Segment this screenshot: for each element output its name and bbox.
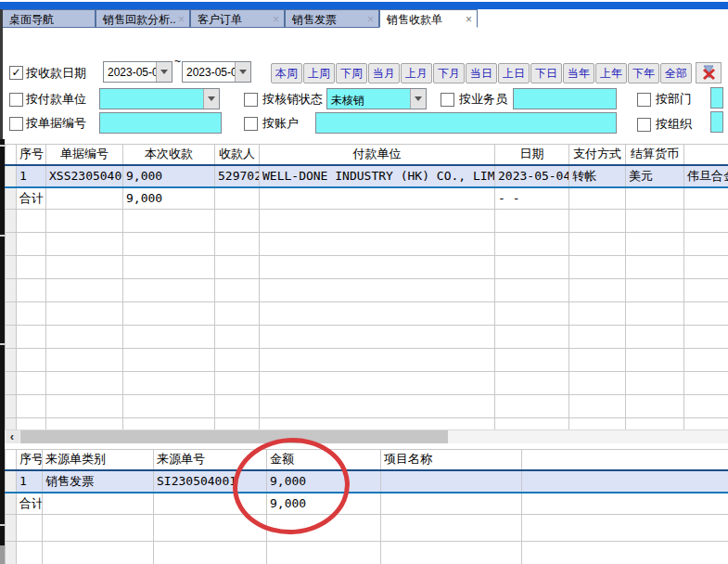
source-grid-header: 序号 来源单类别 来源单号 金额 项目名称 xyxy=(6,450,728,470)
filter-org-checkbox[interactable] xyxy=(637,118,651,132)
filter-account-label: 按账户 xyxy=(262,115,299,132)
tab-desktop-nav[interactable]: 桌面导航 xyxy=(2,9,96,28)
empty-row[interactable] xyxy=(6,542,728,564)
col-extra xyxy=(684,145,728,165)
tab-sales-collection-analysis[interactable]: 销售回款分析.. × xyxy=(96,9,190,28)
chevron-down-icon[interactable] xyxy=(410,89,426,109)
chevron-down-icon[interactable] xyxy=(156,62,172,82)
col-blank xyxy=(522,450,728,470)
filter-salesman-label: 按业务员 xyxy=(459,91,507,108)
col-seq: 序号 xyxy=(17,145,46,165)
empty-row[interactable] xyxy=(6,349,728,372)
scrollbar-thumb[interactable] xyxy=(20,430,448,443)
receipt-total-row[interactable]: 合计 9,000 - - xyxy=(6,187,728,210)
cell-seq: 1 xyxy=(17,165,46,187)
close-icon[interactable]: × xyxy=(466,10,472,29)
docno-input[interactable] xyxy=(99,112,222,134)
account-input[interactable] xyxy=(315,112,617,134)
empty-row[interactable] xyxy=(6,210,728,233)
filter-payer-checkbox[interactable] xyxy=(9,93,23,107)
payer-select[interactable] xyxy=(99,88,220,109)
tab-label: 桌面导航 xyxy=(9,13,54,26)
col-seq: 序号 xyxy=(17,450,43,470)
tab-label: 销售发票 xyxy=(292,13,337,26)
empty-row[interactable] xyxy=(6,279,728,302)
range-this-week-button[interactable]: 本周 xyxy=(271,63,302,83)
document-tab-bar: 桌面导航 销售回款分析.. × 客户订单 × 销售发票 × 销售收款单 × xyxy=(0,9,728,29)
filter-writeoff-checkbox[interactable] xyxy=(244,93,258,107)
col-date: 日期 xyxy=(495,145,569,165)
close-icon[interactable]: × xyxy=(273,10,279,29)
chevron-down-icon[interactable] xyxy=(235,62,250,82)
range-today-button[interactable]: 当日 xyxy=(466,63,497,83)
empty-row[interactable] xyxy=(6,372,728,395)
filter-org-label: 按组织 xyxy=(656,116,692,133)
cell-amount: 9,000 xyxy=(267,470,381,493)
check-icon: ✓ xyxy=(11,66,20,79)
cell-project xyxy=(381,470,522,493)
range-next-week-button[interactable]: 下周 xyxy=(336,63,367,83)
sales-receipt-window: 桌面导航 销售回款分析.. × 客户订单 × 销售发票 × 销售收款单 × ✓ … xyxy=(0,0,728,564)
dept-input[interactable] xyxy=(710,87,723,109)
empty-row[interactable] xyxy=(6,233,728,256)
col-payee: 收款人 xyxy=(215,145,260,165)
empty-row[interactable] xyxy=(6,418,728,430)
cell-total-label: 合计 xyxy=(17,187,46,210)
tab-label: 销售回款分析.. xyxy=(103,13,176,26)
writeoff-status-value: 未核销 xyxy=(331,93,364,109)
tab-sales-invoice[interactable]: 销售发票 × xyxy=(285,9,379,28)
tab-label: 客户订单 xyxy=(198,13,242,26)
cell-payee: 52970259 xyxy=(215,165,260,187)
date-to-select[interactable]: 2023-05-04 xyxy=(182,61,251,83)
filter-dept-checkbox[interactable] xyxy=(637,93,651,107)
tab-customer-order[interactable]: 客户订单 × xyxy=(190,9,285,28)
col-doc-no: 单据编号 xyxy=(46,145,123,165)
col-currency: 结算货币 xyxy=(626,145,684,165)
filter-docno-checkbox[interactable] xyxy=(9,117,23,131)
cell-total-amount: 9,000 xyxy=(267,493,381,515)
salesman-input[interactable] xyxy=(513,88,617,109)
range-this-month-button[interactable]: 当月 xyxy=(368,63,400,83)
horizontal-scrollbar[interactable]: ‹ xyxy=(5,429,728,443)
receipt-grid: 序号 单据编号 本次收款 收款人 付款单位 日期 支付方式 结算货币 1 XSS… xyxy=(5,144,728,429)
scroll-left-icon[interactable]: ‹ xyxy=(5,430,19,443)
cell-total-date: - - xyxy=(495,187,569,210)
range-last-year-button[interactable]: 上年 xyxy=(595,63,627,83)
receipt-grid-header: 序号 单据编号 本次收款 收款人 付款单位 日期 支付方式 结算货币 xyxy=(6,145,728,165)
cell-doc-no: XSS230504001 xyxy=(46,165,123,187)
col-payer: 付款单位 xyxy=(260,145,495,165)
source-row-1[interactable]: 1 销售发票 SI230504001 9,000 xyxy=(6,470,728,493)
empty-row[interactable] xyxy=(6,302,728,326)
close-icon[interactable]: × xyxy=(367,10,374,29)
empty-row[interactable] xyxy=(6,326,728,349)
clear-filter-button[interactable] xyxy=(696,62,722,83)
cell-payer: WELL-DONE INDUSTRY (HK) CO., LIMITED xyxy=(260,165,495,187)
range-prev-day-button[interactable]: 上日 xyxy=(498,63,530,83)
range-next-month-button[interactable]: 下月 xyxy=(433,63,465,83)
range-last-week-button[interactable]: 上周 xyxy=(303,63,335,83)
writeoff-status-select[interactable]: 未核销 xyxy=(326,88,427,109)
cell-total-amount: 9,000 xyxy=(123,187,215,210)
empty-row[interactable] xyxy=(6,395,728,418)
empty-row[interactable] xyxy=(6,515,728,542)
date-from-select[interactable]: 2023-05-01 xyxy=(103,61,172,83)
org-input[interactable] xyxy=(710,111,723,133)
tab-sales-receipt[interactable]: 销售收款单 × xyxy=(379,9,478,28)
filter-salesman-checkbox[interactable] xyxy=(441,93,454,107)
filter-date-checkbox[interactable]: ✓ xyxy=(9,66,23,80)
col-amount: 金额 xyxy=(267,450,381,470)
range-all-button[interactable]: 全部 xyxy=(660,63,692,83)
range-last-month-button[interactable]: 上月 xyxy=(401,63,432,83)
range-next-day-button[interactable]: 下日 xyxy=(530,63,562,83)
col-source-no: 来源单号 xyxy=(154,450,267,470)
col-pay-method: 支付方式 xyxy=(569,145,626,165)
source-total-row[interactable]: 合计 9,000 xyxy=(6,493,728,515)
range-this-year-button[interactable]: 当年 xyxy=(563,63,594,83)
empty-row[interactable] xyxy=(6,256,728,279)
range-next-year-button[interactable]: 下年 xyxy=(628,63,659,83)
chevron-down-icon[interactable] xyxy=(203,89,219,109)
col-project: 项目名称 xyxy=(381,450,522,470)
receipt-row-1[interactable]: 1 XSS230504001 9,000 52970259 WELL-DONE … xyxy=(6,165,728,187)
filter-account-checkbox[interactable] xyxy=(244,117,258,131)
close-icon[interactable]: × xyxy=(178,10,185,29)
